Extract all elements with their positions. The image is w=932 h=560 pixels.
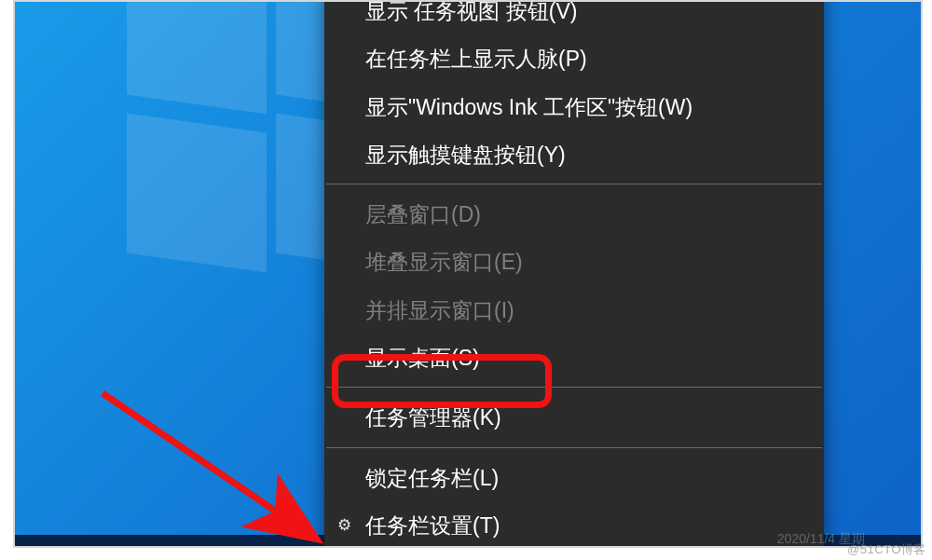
annotation-arrow [93,384,336,548]
menu-item-show-touch-keyboard[interactable]: 显示触摸键盘按钮(Y) [324,130,824,178]
svg-line-0 [103,393,308,533]
menu-item-label: 任务栏设置(T) [365,513,500,538]
menu-item-show-desktop[interactable]: 显示桌面(S) [324,334,824,381]
screenshot-frame: 显示 任务视图 按钮(V) 在任务栏上显示人脉(P) 显示"Windows In… [13,0,923,548]
taskbar-context-menu: 显示 任务视图 按钮(V) 在任务栏上显示人脉(P) 显示"Windows In… [324,0,824,548]
menu-item-cascade-windows: 层叠窗口(D) [324,190,824,238]
menu-item-taskbar-settings[interactable]: ⚙ 任务栏设置(T) [324,501,824,548]
menu-item-show-people[interactable]: 在任务栏上显示人脉(P) [324,34,824,82]
menu-separator [326,184,822,184]
menu-item-stack-windows: 堆叠显示窗口(E) [324,238,824,285]
menu-item-show-task-view[interactable]: 显示 任务视图 按钮(V) [324,0,824,34]
menu-item-side-by-side: 并排显示窗口(I) [324,286,824,334]
menu-separator [326,387,822,388]
gear-icon: ⚙ [337,516,351,534]
menu-item-lock-taskbar[interactable]: 锁定任务栏(L) [324,454,824,501]
menu-item-task-manager[interactable]: 任务管理器(K) [324,393,824,441]
windows-logo-watermark [15,2,332,319]
menu-item-show-ink-workspace[interactable]: 显示"Windows Ink 工作区"按钮(W) [324,83,824,130]
menu-separator [326,447,822,448]
source-watermark: @51CTO博客 [847,541,926,558]
